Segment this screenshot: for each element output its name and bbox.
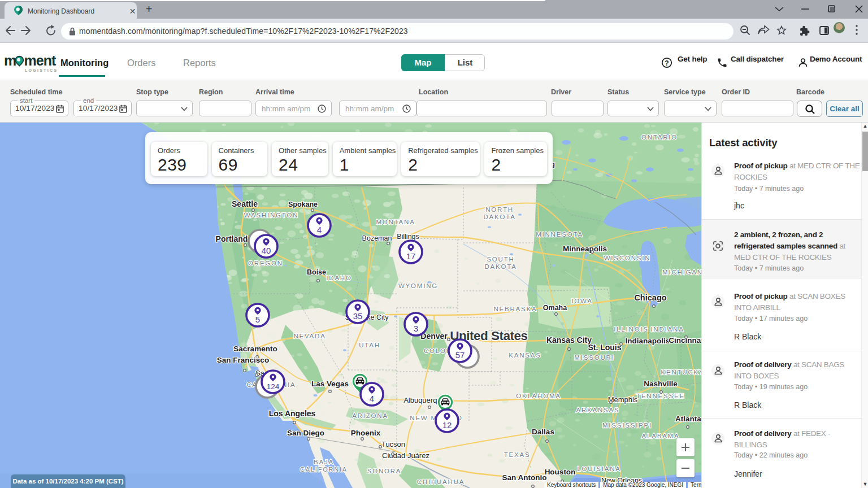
svg-text:Houston: Houston bbox=[545, 468, 576, 476]
svg-text:DAKOTA: DAKOTA bbox=[484, 263, 517, 270]
svg-text:UTAH: UTAH bbox=[359, 342, 380, 348]
svg-text:?: ? bbox=[665, 59, 669, 67]
svg-text:Phoenix: Phoenix bbox=[351, 429, 381, 437]
svg-text:40: 40 bbox=[262, 246, 271, 255]
svg-text:CHIHUAHUA: CHIHUAHUA bbox=[417, 478, 465, 485]
svg-text:DAKOTA: DAKOTA bbox=[483, 213, 515, 220]
svg-text:Boise: Boise bbox=[307, 268, 326, 276]
svg-text:Nashville: Nashville bbox=[644, 380, 678, 388]
svg-text:San Diego: San Diego bbox=[287, 429, 324, 437]
svg-text:Omaha: Omaha bbox=[543, 304, 567, 312]
svg-text:NORTH: NORTH bbox=[485, 206, 514, 213]
svg-text:Bozeman: Bozeman bbox=[362, 234, 392, 242]
svg-text:INDIANA: INDIANA bbox=[650, 326, 684, 333]
svg-text:MINNESOTA: MINNESOTA bbox=[536, 231, 583, 238]
svg-text:Chicago: Chicago bbox=[634, 293, 666, 302]
svg-text:ARIZONA: ARIZONA bbox=[352, 412, 388, 419]
svg-text:OKLAHOMA: OKLAHOMA bbox=[516, 393, 561, 399]
svg-text:MISSISSIPPI: MISSISSIPPI bbox=[602, 422, 652, 429]
svg-text:Denver: Denver bbox=[420, 332, 448, 341]
svg-text:WASHINGTON: WASHINGTON bbox=[244, 212, 299, 219]
svg-text:Portland: Portland bbox=[216, 234, 248, 243]
svg-text:4: 4 bbox=[370, 394, 374, 403]
svg-text:57: 57 bbox=[455, 350, 465, 360]
svg-text:Dallas: Dallas bbox=[532, 428, 554, 436]
svg-text:CALIFORNIA: CALIFORNIA bbox=[300, 466, 348, 473]
svg-text:Kansas City: Kansas City bbox=[546, 336, 592, 345]
svg-text:12: 12 bbox=[442, 420, 452, 430]
svg-text:124: 124 bbox=[267, 382, 280, 391]
svg-text:ment: ment bbox=[24, 54, 57, 68]
svg-text:IOWA: IOWA bbox=[571, 298, 592, 304]
svg-text:KANSAS: KANSAS bbox=[509, 352, 541, 359]
svg-text:3: 3 bbox=[414, 324, 418, 333]
svg-text:LOGISTICS: LOGISTICS bbox=[25, 68, 58, 72]
svg-text:Sacramento: Sacramento bbox=[233, 345, 277, 353]
svg-text:17: 17 bbox=[406, 251, 416, 261]
svg-text:Minneapolis: Minneapolis bbox=[563, 245, 607, 253]
svg-text:Las Vegas: Las Vegas bbox=[311, 380, 349, 388]
svg-text:TENNESSEE: TENNESSEE bbox=[636, 393, 685, 399]
svg-text:Seattle: Seattle bbox=[232, 199, 258, 208]
svg-text:IDAHO: IDAHO bbox=[326, 274, 351, 281]
svg-text:ALABAMA: ALABAMA bbox=[642, 433, 680, 439]
svg-text:WYOMING: WYOMING bbox=[398, 282, 438, 289]
svg-text:Los Angeles: Los Angeles bbox=[269, 409, 316, 418]
svg-text:ARKANSAS: ARKANSAS bbox=[576, 407, 619, 413]
svg-text:Spokane: Spokane bbox=[288, 201, 318, 208]
svg-text:NEVADA: NEVADA bbox=[293, 333, 326, 339]
svg-text:5: 5 bbox=[255, 315, 260, 324]
svg-text:Atlanta: Atlanta bbox=[675, 415, 701, 423]
svg-text:St. Louis: St. Louis bbox=[588, 343, 621, 352]
svg-text:OREGON: OREGON bbox=[248, 260, 283, 267]
svg-text:WISCONSIN: WISCONSIN bbox=[604, 255, 651, 262]
svg-text:m: m bbox=[4, 54, 16, 68]
svg-text:4: 4 bbox=[317, 225, 322, 234]
svg-text:BAJA: BAJA bbox=[314, 459, 334, 465]
svg-text:MICHIGAN: MICHIGAN bbox=[662, 269, 701, 276]
svg-text:35: 35 bbox=[353, 311, 363, 321]
svg-text:Ciudad Juárez: Ciudad Juárez bbox=[382, 451, 429, 460]
svg-text:NEBRASKA: NEBRASKA bbox=[493, 306, 537, 312]
svg-text:TEXAS: TEXAS bbox=[504, 451, 531, 458]
svg-text:ILLINOIS: ILLINOIS bbox=[614, 326, 649, 333]
svg-text:MONTANA: MONTANA bbox=[376, 219, 415, 225]
svg-text:Billings: Billings bbox=[397, 233, 419, 241]
svg-text:Indianapolis: Indianapolis bbox=[626, 337, 670, 345]
svg-text:KENTUCKY: KENTUCKY bbox=[661, 369, 701, 376]
svg-text:ONTARIO: ONTARIO bbox=[641, 134, 678, 141]
svg-text:SOUTH: SOUTH bbox=[487, 256, 514, 263]
svg-text:SONORA: SONORA bbox=[367, 468, 402, 474]
svg-text:San Antonio: San Antonio bbox=[502, 473, 547, 482]
svg-text:Tucson: Tucson bbox=[381, 440, 405, 448]
svg-text:LOUISIANA: LOUISIANA bbox=[577, 465, 621, 472]
svg-text:San Francisco: San Francisco bbox=[217, 356, 269, 364]
svg-text:MISSOURI: MISSOURI bbox=[574, 354, 614, 361]
